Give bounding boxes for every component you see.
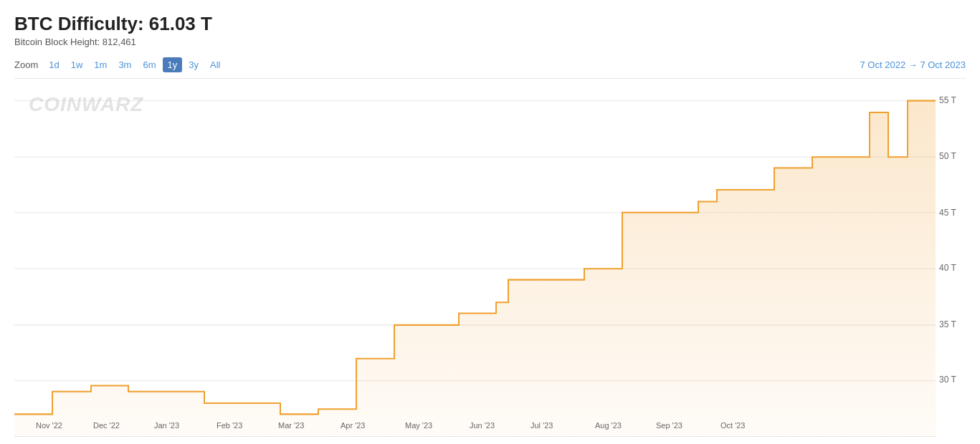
chart-subtitle: Bitcoin Block Height: 812,461 [14,37,966,47]
svg-text:Jan '23: Jan '23 [154,421,179,430]
svg-text:Feb '23: Feb '23 [217,421,242,430]
svg-text:35 T: 35 T [939,319,956,329]
svg-text:Sep '23: Sep '23 [656,421,682,430]
svg-text:55 T: 55 T [939,95,956,105]
svg-text:Jun '23: Jun '23 [470,421,495,430]
zoom-6m[interactable]: 6m [138,57,161,72]
svg-text:40 T: 40 T [939,263,956,273]
chart-area: CoinWarz 30 T 35 T 40 T 45 T 50 T 55 T [14,78,966,437]
zoom-controls: Zoom 1d 1w 1m 3m 6m 1y 3y All [14,57,225,72]
date-start: 7 Oct 2022 [860,59,906,70]
zoom-1m[interactable]: 1m [89,57,112,72]
svg-text:Nov '22: Nov '22 [36,421,62,430]
svg-text:Dec '22: Dec '22 [93,421,120,430]
date-range: 7 Oct 2022 → 7 Oct 2023 [860,59,966,70]
date-arrow: → [908,59,918,70]
zoom-1y[interactable]: 1y [163,57,183,72]
svg-text:May '23: May '23 [405,421,432,430]
main-container: BTC Difficulty: 61.03 T Bitcoin Block He… [0,0,980,444]
zoom-1d[interactable]: 1d [44,57,64,72]
controls-row: Zoom 1d 1w 1m 3m 6m 1y 3y All 7 Oct 2022… [14,57,966,72]
zoom-3y[interactable]: 3y [184,57,204,72]
zoom-3m[interactable]: 3m [113,57,136,72]
zoom-1w[interactable]: 1w [66,57,88,72]
chart-title: BTC Difficulty: 61.03 T [14,13,966,35]
date-end: 7 Oct 2023 [920,59,966,70]
svg-text:50 T: 50 T [939,151,956,161]
svg-text:30 T: 30 T [939,375,956,385]
zoom-label: Zoom [14,59,38,70]
svg-text:45 T: 45 T [939,208,956,218]
svg-text:Mar '23: Mar '23 [278,421,304,430]
zoom-all[interactable]: All [205,57,225,72]
svg-text:Jul '23: Jul '23 [531,421,553,430]
chart-svg: 30 T 35 T 40 T 45 T 50 T 55 T Nov '22 De… [14,79,966,437]
svg-text:Aug '23: Aug '23 [595,421,622,430]
svg-text:Apr '23: Apr '23 [341,421,366,430]
svg-text:Oct '23: Oct '23 [720,421,746,430]
